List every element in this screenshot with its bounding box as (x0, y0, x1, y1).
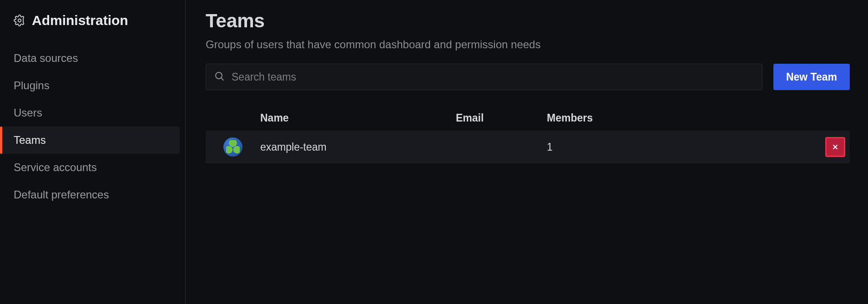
header-name: Name (260, 112, 456, 124)
cell-members: 1 (547, 141, 683, 153)
team-avatar (223, 137, 242, 157)
sidebar-item-teams[interactable]: Teams (0, 127, 180, 154)
sidebar-item-label: Service accounts (14, 161, 97, 173)
gear-icon (14, 15, 25, 26)
sidebar-header: Administration (0, 13, 185, 45)
delete-team-button[interactable] (825, 137, 845, 157)
sidebar-item-label: Teams (14, 134, 46, 146)
header-members: Members (547, 112, 683, 124)
sidebar: Administration Data sources Plugins User… (0, 0, 186, 304)
sidebar-title: Administration (32, 13, 128, 28)
sidebar-item-plugins[interactable]: Plugins (0, 72, 185, 99)
sidebar-item-service-accounts[interactable]: Service accounts (0, 154, 185, 181)
sidebar-item-label: Default preferences (14, 188, 109, 201)
sidebar-item-data-sources[interactable]: Data sources (0, 45, 185, 72)
sidebar-item-users[interactable]: Users (0, 99, 185, 127)
close-icon (832, 143, 839, 151)
table-row[interactable]: example-team 1 (206, 131, 850, 163)
page-subtitle: Groups of users that have common dashboa… (206, 38, 850, 51)
toolbar: New Team (206, 64, 850, 90)
teams-table: Name Email Members example-team 1 (206, 106, 850, 163)
new-team-button[interactable]: New Team (773, 64, 850, 90)
search-wrapper (206, 64, 762, 90)
svg-point-0 (18, 19, 21, 22)
cell-name: example-team (260, 141, 456, 153)
sidebar-item-label: Users (14, 106, 42, 119)
sidebar-item-label: Plugins (14, 79, 50, 91)
header-email: Email (456, 112, 547, 124)
table-header: Name Email Members (206, 106, 850, 131)
page-title: Teams (206, 10, 850, 32)
sidebar-item-default-preferences[interactable]: Default preferences (0, 181, 185, 208)
sidebar-item-label: Data sources (14, 52, 78, 64)
search-input[interactable] (206, 64, 762, 90)
main-content: Teams Groups of users that have common d… (186, 0, 868, 304)
